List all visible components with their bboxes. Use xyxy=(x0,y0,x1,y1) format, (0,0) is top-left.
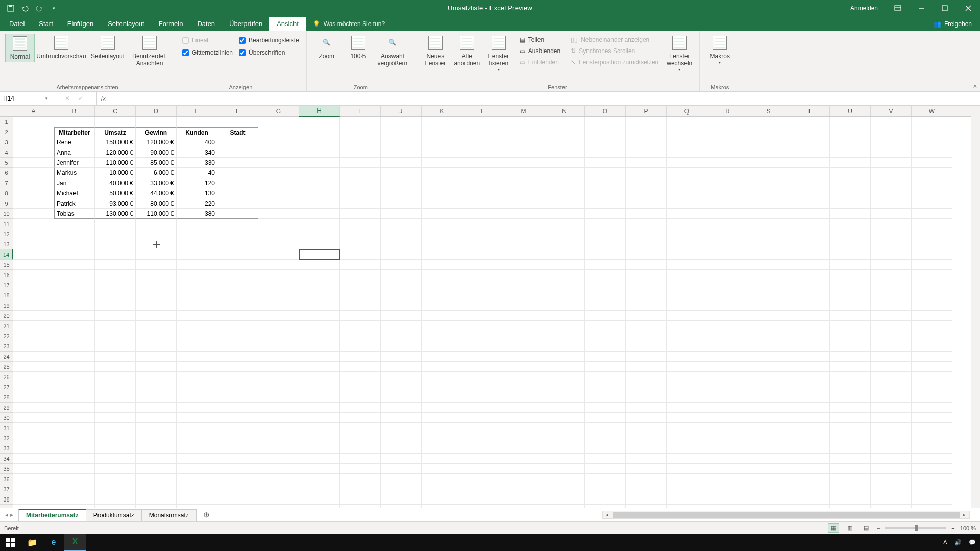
cell-V13[interactable] xyxy=(871,239,912,249)
cell-N28[interactable] xyxy=(544,392,585,403)
cell-D37[interactable] xyxy=(136,484,177,494)
cell-H21[interactable] xyxy=(299,321,340,331)
cell-N21[interactable] xyxy=(544,321,585,331)
cell-B30[interactable] xyxy=(54,413,95,423)
cell-J28[interactable] xyxy=(381,392,422,403)
cell-T27[interactable] xyxy=(789,382,830,392)
cell-C32[interactable] xyxy=(95,433,136,443)
cell-G14[interactable] xyxy=(258,249,299,260)
cell-U13[interactable] xyxy=(830,239,871,249)
cell-I4[interactable] xyxy=(340,147,381,158)
cell-K12[interactable] xyxy=(422,229,462,239)
cell-A21[interactable] xyxy=(13,321,54,331)
cell-Q23[interactable] xyxy=(667,341,707,352)
cell-K5[interactable] xyxy=(422,158,462,168)
cell-C16[interactable] xyxy=(95,270,136,280)
col-header-T[interactable]: T xyxy=(789,106,830,116)
cell-K9[interactable] xyxy=(422,198,462,209)
cell-J2[interactable] xyxy=(381,127,422,137)
cell-K32[interactable] xyxy=(422,433,462,443)
cell-I17[interactable] xyxy=(340,280,381,290)
cell-L19[interactable] xyxy=(462,300,503,311)
cell-C10[interactable]: 130.000 € xyxy=(95,209,136,219)
cell-T5[interactable] xyxy=(789,158,830,168)
cell-T25[interactable] xyxy=(789,362,830,372)
cell-Q38[interactable] xyxy=(667,494,707,505)
cell-E14[interactable] xyxy=(177,249,217,260)
cell-N12[interactable] xyxy=(544,229,585,239)
cell-J15[interactable] xyxy=(381,260,422,270)
cell-G36[interactable] xyxy=(258,474,299,484)
cell-L11[interactable] xyxy=(462,219,503,229)
cell-I36[interactable] xyxy=(340,474,381,484)
cell-J19[interactable] xyxy=(381,300,422,311)
cell-T33[interactable] xyxy=(789,443,830,454)
cell-P33[interactable] xyxy=(626,443,667,454)
cell-O28[interactable] xyxy=(585,392,626,403)
cell-A5[interactable] xyxy=(13,158,54,168)
cell-S31[interactable] xyxy=(748,423,789,433)
row-header-28[interactable]: 28 xyxy=(0,392,13,403)
cell-A32[interactable] xyxy=(13,433,54,443)
cell-J8[interactable] xyxy=(381,188,422,198)
cell-J27[interactable] xyxy=(381,382,422,392)
cell-B5[interactable]: Jennifer xyxy=(54,158,95,168)
cell-H12[interactable] xyxy=(299,229,340,239)
cell-G24[interactable] xyxy=(258,352,299,362)
cell-R5[interactable] xyxy=(707,158,748,168)
cell-L30[interactable] xyxy=(462,413,503,423)
cell-D24[interactable] xyxy=(136,352,177,362)
cell-M5[interactable] xyxy=(503,158,544,168)
select-all-corner[interactable] xyxy=(0,106,13,117)
row-header-4[interactable]: 4 xyxy=(0,147,13,158)
cell-L8[interactable] xyxy=(462,188,503,198)
cell-U4[interactable] xyxy=(830,147,871,158)
cell-K7[interactable] xyxy=(422,178,462,188)
cell-Q20[interactable] xyxy=(667,311,707,321)
cell-A7[interactable] xyxy=(13,178,54,188)
cell-N22[interactable] xyxy=(544,331,585,341)
cell-T16[interactable] xyxy=(789,270,830,280)
cell-K33[interactable] xyxy=(422,443,462,454)
cell-T7[interactable] xyxy=(789,178,830,188)
cell-V26[interactable] xyxy=(871,372,912,382)
cell-K18[interactable] xyxy=(422,290,462,300)
cell-S33[interactable] xyxy=(748,443,789,454)
cell-N3[interactable] xyxy=(544,137,585,147)
cell-Q7[interactable] xyxy=(667,178,707,188)
cell-N25[interactable] xyxy=(544,362,585,372)
cell-O13[interactable] xyxy=(585,239,626,249)
cell-G1[interactable] xyxy=(258,117,299,127)
cell-E11[interactable] xyxy=(177,219,217,229)
cell-C18[interactable] xyxy=(95,290,136,300)
name-box[interactable]: H14 ▼ xyxy=(0,92,51,105)
cell-J10[interactable] xyxy=(381,209,422,219)
view-custom-button[interactable]: Benutzerdef. Ansichten xyxy=(130,34,169,68)
cell-U14[interactable] xyxy=(830,249,871,260)
redo-icon[interactable] xyxy=(33,2,46,15)
cell-G19[interactable] xyxy=(258,300,299,311)
cell-T2[interactable] xyxy=(789,127,830,137)
cell-O33[interactable] xyxy=(585,443,626,454)
cell-Q30[interactable] xyxy=(667,413,707,423)
cell-K20[interactable] xyxy=(422,311,462,321)
cell-E36[interactable] xyxy=(177,474,217,484)
cell-J23[interactable] xyxy=(381,341,422,352)
cell-F25[interactable] xyxy=(217,362,258,372)
cell-F34[interactable] xyxy=(217,454,258,464)
cell-J21[interactable] xyxy=(381,321,422,331)
cell-J17[interactable] xyxy=(381,280,422,290)
cell-I27[interactable] xyxy=(340,382,381,392)
cell-V29[interactable] xyxy=(871,403,912,413)
cell-R27[interactable] xyxy=(707,382,748,392)
cell-R28[interactable] xyxy=(707,392,748,403)
cell-Q37[interactable] xyxy=(667,484,707,494)
cell-M14[interactable] xyxy=(503,249,544,260)
cell-G26[interactable] xyxy=(258,372,299,382)
cell-W1[interactable] xyxy=(912,117,952,127)
cell-V20[interactable] xyxy=(871,311,912,321)
cell-H29[interactable] xyxy=(299,403,340,413)
add-sheet-button[interactable]: ⊕ xyxy=(200,510,213,519)
view-normal-icon[interactable]: ▦ xyxy=(828,523,839,533)
cell-A17[interactable] xyxy=(13,280,54,290)
